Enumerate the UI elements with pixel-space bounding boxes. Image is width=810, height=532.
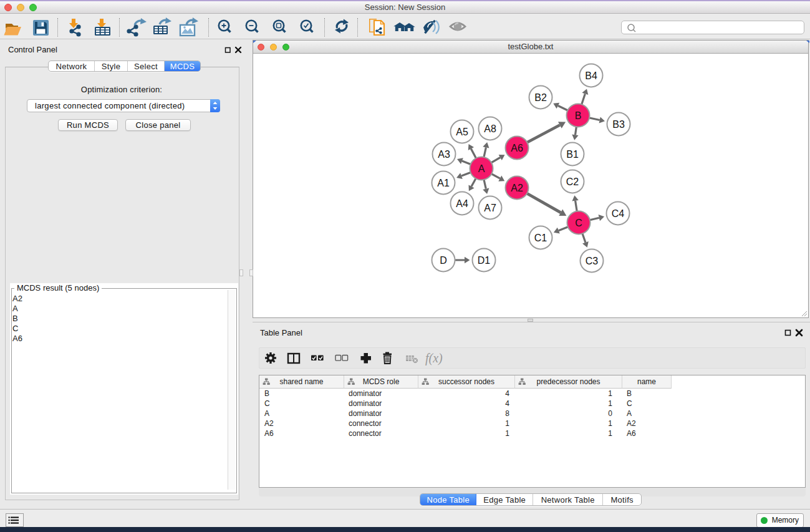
svg-text:B1: B1 <box>566 149 579 160</box>
svg-text:A5: A5 <box>456 127 468 137</box>
svg-text:C4: C4 <box>612 208 625 219</box>
svg-text:A6: A6 <box>511 143 523 153</box>
svg-text:C3: C3 <box>586 256 599 266</box>
svg-text:C: C <box>575 218 582 228</box>
svg-text:B3: B3 <box>612 119 625 130</box>
svg-text:A3: A3 <box>438 149 450 160</box>
svg-text:B: B <box>575 110 582 121</box>
svg-text:A7: A7 <box>484 203 496 213</box>
svg-text:f(x): f(x) <box>425 351 443 365</box>
svg-text:A8: A8 <box>484 123 496 134</box>
svg-text:B4: B4 <box>585 70 597 81</box>
svg-text:A1: A1 <box>437 178 450 188</box>
svg-text:A4: A4 <box>456 198 468 209</box>
svg-text:A2: A2 <box>511 183 523 193</box>
svg-text:D: D <box>440 255 447 266</box>
svg-text:C1: C1 <box>534 233 547 243</box>
svg-text:B2: B2 <box>534 92 547 103</box>
svg-text:D1: D1 <box>478 255 491 266</box>
svg-text:A: A <box>478 163 485 174</box>
svg-text:C2: C2 <box>566 177 579 187</box>
